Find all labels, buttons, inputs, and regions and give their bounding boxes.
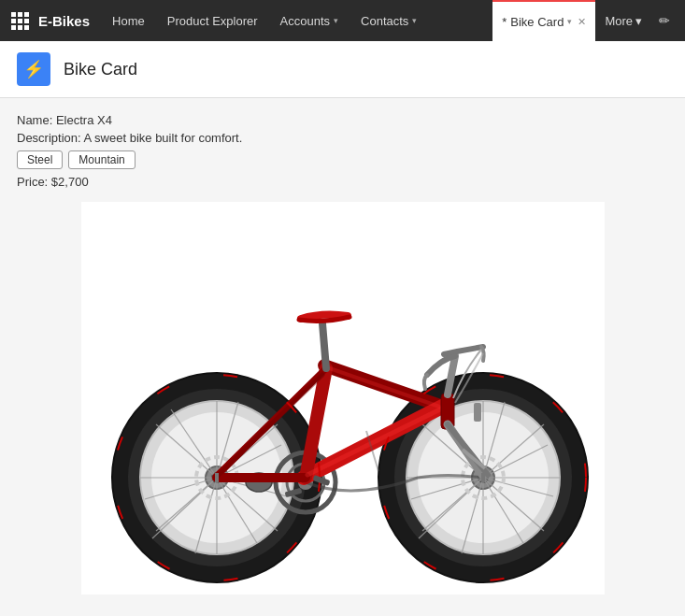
more-label: More bbox=[605, 14, 633, 28]
edit-button[interactable]: ✏ bbox=[651, 13, 678, 28]
tab-prefix: * bbox=[502, 15, 507, 29]
name-value-text: Electra X4 bbox=[56, 113, 112, 127]
price-value-text: $2,700 bbox=[51, 175, 89, 189]
tag-steel: Steel bbox=[17, 150, 63, 169]
bike-svg bbox=[81, 202, 605, 595]
nav-home[interactable]: Home bbox=[101, 0, 156, 41]
nav-items: Home Product Explorer Accounts ▾ Contact… bbox=[101, 0, 492, 41]
nav-contacts[interactable]: Contacts ▾ bbox=[350, 0, 428, 41]
contacts-chevron-icon: ▾ bbox=[412, 16, 417, 25]
nav-contacts-label: Contacts bbox=[361, 14, 408, 28]
tags-row: Steel Mountain bbox=[17, 150, 668, 169]
nav-accounts-label: Accounts bbox=[280, 14, 330, 28]
svg-rect-52 bbox=[474, 403, 481, 422]
tab-chevron-icon[interactable]: ▾ bbox=[567, 17, 572, 26]
nav-accounts[interactable]: Accounts ▾ bbox=[269, 0, 350, 41]
nav-home-label: Home bbox=[112, 14, 145, 28]
accounts-chevron-icon: ▾ bbox=[334, 16, 338, 25]
edit-icon: ✏ bbox=[659, 13, 670, 28]
brand-name: E-Bikes bbox=[38, 13, 90, 29]
bike-image bbox=[81, 202, 605, 576]
nav-product-explorer[interactable]: Product Explorer bbox=[156, 0, 269, 41]
nav-product-explorer-label: Product Explorer bbox=[167, 14, 258, 28]
apps-icon bbox=[11, 12, 29, 30]
tab-label: Bike Card bbox=[510, 15, 564, 29]
card-title: Bike Card bbox=[64, 60, 137, 79]
more-menu[interactable]: More ▾ bbox=[595, 14, 651, 28]
bike-card-icon: ⚡ bbox=[17, 52, 50, 86]
active-tab[interactable]: * Bike Card ▾ ✕ bbox=[492, 0, 595, 41]
name-field-row: Name: Electra X4 bbox=[17, 113, 668, 127]
description-label: Description: bbox=[17, 131, 81, 145]
price-label: Price: bbox=[17, 175, 48, 189]
content-body: Name: Electra X4 Description: A sweet bi… bbox=[0, 98, 685, 609]
tag-mountain: Mountain bbox=[68, 150, 135, 169]
navbar: E-Bikes Home Product Explorer Accounts ▾… bbox=[0, 0, 685, 41]
bike-image-container bbox=[17, 193, 668, 595]
main-content: ⚡ Bike Card Name: Electra X4 Description… bbox=[0, 41, 685, 616]
lightning-icon: ⚡ bbox=[23, 59, 44, 79]
name-label: Name: bbox=[17, 113, 52, 127]
more-chevron-icon: ▾ bbox=[635, 14, 642, 28]
price-field-row: Price: $2,700 bbox=[17, 175, 668, 189]
tab-area: * Bike Card ▾ ✕ bbox=[492, 0, 595, 41]
brand[interactable]: E-Bikes bbox=[7, 12, 101, 30]
description-field-row: Description: A sweet bike built for comf… bbox=[17, 131, 668, 145]
description-value-text: A sweet bike built for comfort. bbox=[84, 131, 243, 145]
tab-close-icon[interactable]: ✕ bbox=[578, 16, 586, 28]
card-header: ⚡ Bike Card bbox=[0, 41, 685, 98]
